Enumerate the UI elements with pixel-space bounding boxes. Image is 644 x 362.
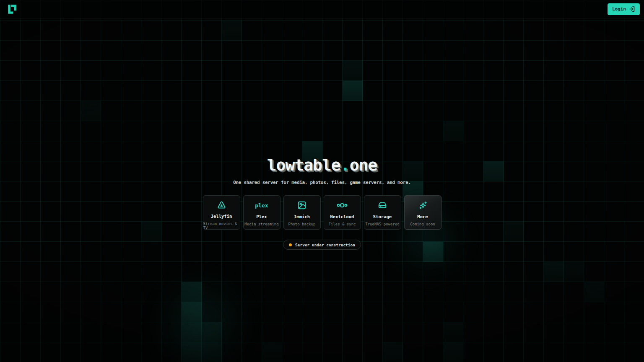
service-card-immich[interactable]: Immich Photo backup bbox=[283, 195, 321, 230]
service-card-title: Plex bbox=[256, 214, 267, 219]
grid-highlight-cell bbox=[584, 282, 604, 302]
status-badge-label: Server under construction bbox=[295, 243, 355, 247]
service-card-description: Media streaming bbox=[244, 222, 278, 226]
service-card-description: Photo backup bbox=[288, 222, 315, 226]
header: Login bbox=[0, 0, 644, 18]
login-button[interactable]: Login bbox=[608, 3, 640, 15]
grid-highlight-cell bbox=[564, 262, 584, 282]
nextcloud-circles-icon bbox=[336, 200, 348, 210]
logo[interactable] bbox=[7, 4, 18, 15]
service-card-title: More bbox=[417, 214, 428, 219]
image-icon bbox=[297, 200, 306, 210]
service-card-title: Storage bbox=[373, 214, 392, 219]
sparkles-icon bbox=[418, 200, 428, 210]
grid-highlight-cell bbox=[262, 342, 282, 362]
title-dot: . bbox=[340, 156, 350, 174]
service-card-more[interactable]: More Coming soon bbox=[404, 195, 441, 230]
title-tld: one bbox=[350, 156, 377, 174]
plex-wordmark-icon: plex bbox=[255, 200, 268, 210]
grid-highlight-cell bbox=[443, 342, 463, 362]
service-card-description: TrueNAS powered bbox=[365, 222, 399, 226]
hero-subtitle: One shared server for media, photos, fil… bbox=[233, 180, 411, 185]
grid-highlight-cell bbox=[544, 262, 564, 282]
service-card-title: Nextcloud bbox=[330, 214, 354, 219]
service-card-plex[interactable]: plex Plex Media streaming bbox=[243, 195, 280, 230]
service-card-nextcloud[interactable]: Nextcloud Files & sync bbox=[324, 195, 361, 230]
service-card-title: Immich bbox=[294, 214, 310, 219]
grid-highlight-cell bbox=[383, 342, 403, 362]
status-badge: Server under construction bbox=[283, 240, 361, 250]
service-card-jellyfin[interactable]: Jellyfin Stream movies & TV bbox=[203, 195, 240, 230]
service-card-title: Jellyfin bbox=[211, 214, 232, 219]
service-card-storage[interactable]: Storage TrueNAS powered bbox=[364, 195, 401, 230]
jellyfin-icon bbox=[217, 200, 226, 210]
service-card-description: Coming soon bbox=[410, 222, 435, 226]
service-cards: Jellyfin Stream movies & TV plex Plex Me… bbox=[203, 195, 441, 230]
log-in-icon bbox=[629, 6, 635, 12]
service-card-description: Files & sync bbox=[328, 222, 356, 226]
grid-highlight-cell bbox=[443, 322, 463, 342]
status-dot bbox=[289, 243, 292, 246]
hard-drive-icon bbox=[378, 200, 387, 210]
lowtable-logo-icon bbox=[7, 4, 18, 15]
title-main: lowtable bbox=[267, 156, 340, 174]
service-card-description: Stream movies & TV bbox=[203, 222, 240, 230]
page-title: lowtable.one bbox=[267, 156, 377, 174]
main-content: lowtable.one One shared server for media… bbox=[0, 18, 644, 250]
login-button-label: Login bbox=[612, 6, 626, 12]
